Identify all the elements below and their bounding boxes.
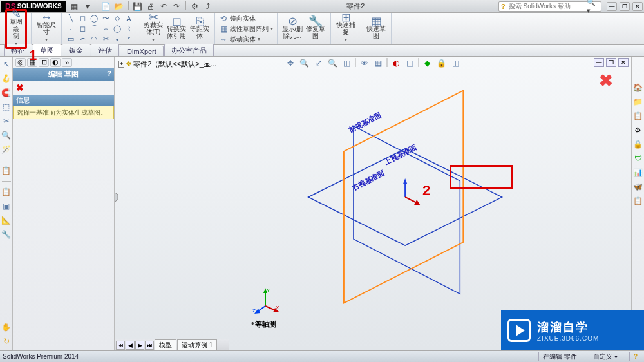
- misc-tool-icon[interactable]: *: [124, 35, 134, 44]
- point-tool-icon[interactable]: ·: [66, 24, 76, 33]
- chevron-down-icon[interactable]: ▾: [152, 37, 155, 43]
- repair-sketch-button[interactable]: 🔧 修复草 图: [305, 18, 327, 39]
- section-view-icon[interactable]: 🔍: [327, 58, 339, 68]
- chevron-down-icon[interactable]: ▾: [345, 37, 347, 43]
- undo-icon[interactable]: ↶: [158, 1, 169, 12]
- new-icon[interactable]: 📄: [101, 1, 111, 12]
- model-tab[interactable]: 模型: [155, 339, 176, 350]
- fillet-tool-icon[interactable]: ⤺: [77, 35, 88, 44]
- open-icon[interactable]: 📂: [114, 1, 124, 12]
- orientation-triad[interactable]: Y X Z: [251, 287, 279, 315]
- featuretree-tab-icon[interactable]: ◎: [15, 58, 26, 67]
- graphics-viewport[interactable]: + ❖ 零件2（默认<<默认>_显... ✥ 🔍 ⤢ 🔍 ◫ 👁 ▦ ◐ ◫ ◆…: [115, 57, 631, 350]
- help-search[interactable]: ? 🔍▾: [498, 1, 601, 12]
- box-tool-icon[interactable]: ⬚: [1, 102, 12, 112]
- spline-tool-icon[interactable]: 〜: [100, 14, 111, 23]
- tab-office[interactable]: 办公室产品: [164, 44, 214, 56]
- box2-icon[interactable]: ▣: [1, 201, 12, 211]
- centerline-tool-icon[interactable]: ▭: [66, 35, 76, 44]
- convert-entities-button[interactable]: ◻ 转换实 体引用: [166, 18, 187, 39]
- close-button[interactable]: ✕: [632, 2, 643, 11]
- zoom-area-icon[interactable]: 🔍: [299, 58, 310, 68]
- clipboard-icon[interactable]: 📋: [1, 166, 12, 176]
- redo-icon[interactable]: ↷: [171, 1, 182, 12]
- tab-nav-prev-icon[interactable]: ◀: [126, 341, 135, 350]
- rotate-icon[interactable]: ↻: [1, 336, 12, 347]
- arc2-tool-icon[interactable]: ⌢: [100, 24, 111, 33]
- trim-entities-button[interactable]: ✂ 剪裁实 体(T) ▾: [142, 14, 164, 43]
- search-input[interactable]: [507, 3, 585, 10]
- line-tool-icon[interactable]: ╲: [66, 14, 76, 23]
- forum-icon[interactable]: 📊: [633, 167, 643, 178]
- mirror-entities-button[interactable]: ⟲镜向实体: [219, 14, 256, 23]
- tab-nav-first-icon[interactable]: ⏮: [116, 341, 125, 350]
- qa-app-menu-icon[interactable]: ▦: [70, 1, 80, 12]
- view-orient-icon[interactable]: ◫: [341, 58, 353, 68]
- tab-nav-next-icon[interactable]: ▶: [135, 341, 144, 350]
- options-icon[interactable]: ⚙: [190, 1, 200, 12]
- status-help-button[interactable]: ?: [629, 352, 641, 361]
- tab-evaluate[interactable]: 评估: [91, 44, 119, 56]
- text-tool-icon[interactable]: A: [124, 14, 134, 23]
- arc-tool-icon[interactable]: ⌒: [89, 24, 99, 33]
- appearances-icon[interactable]: 🔒: [633, 139, 643, 149]
- tab-sketch[interactable]: 草图: [33, 44, 61, 56]
- smart-dimension-button[interactable]: ↔ 智能尺 寸 ▾: [35, 14, 57, 43]
- prev-view-icon[interactable]: ⤢: [313, 58, 325, 68]
- save-icon[interactable]: 💾: [133, 1, 143, 12]
- tab-sheetmetal[interactable]: 钣金: [62, 44, 90, 56]
- sw-resources-icon[interactable]: 🏠: [633, 82, 643, 93]
- rect-tool-icon[interactable]: ◻: [77, 14, 88, 23]
- tab-dimxpert[interactable]: DimXpert: [120, 46, 164, 56]
- cancel-button[interactable]: ✖: [16, 82, 24, 93]
- chevron-down-icon[interactable]: ▾: [45, 37, 48, 43]
- viewport-menu-icon[interactable]: ◫: [450, 58, 462, 68]
- sketch-button[interactable]: ✎ 草图绘 制 ▾: [5, 9, 27, 49]
- slot-tool-icon[interactable]: ◻: [77, 24, 88, 33]
- more-tab-icon[interactable]: »: [62, 58, 72, 67]
- chevron-down-icon[interactable]: ▾: [258, 36, 260, 42]
- quick-snap-button[interactable]: ⊞ 快速捕 捉 ▾: [335, 14, 357, 43]
- butterfly-icon[interactable]: 🦋: [633, 182, 643, 192]
- motion-study-tab[interactable]: 运动算例 1: [177, 339, 217, 350]
- display-style-icon[interactable]: 👁: [359, 58, 370, 68]
- select-tool-icon[interactable]: ↖: [1, 59, 12, 70]
- configmgr-tab-icon[interactable]: ⊞: [39, 58, 49, 67]
- view-palette-icon[interactable]: ⚙: [633, 125, 643, 135]
- tab-nav-last-icon[interactable]: ⏭: [145, 341, 154, 350]
- panel-help-icon[interactable]: ?: [107, 70, 111, 77]
- wand-tool-icon[interactable]: 🪄: [1, 144, 12, 155]
- minimize-button[interactable]: —: [607, 2, 617, 11]
- chevron-down-icon[interactable]: ▾: [270, 26, 273, 32]
- search-icon[interactable]: 🔍▾: [585, 0, 601, 15]
- ruler-icon[interactable]: 📐: [1, 215, 12, 225]
- lock-icon[interactable]: 🔒: [436, 58, 448, 68]
- dimxpert-tab-icon[interactable]: ◐: [50, 58, 61, 67]
- clipboard3-icon[interactable]: 📋: [633, 196, 643, 206]
- zoom-tool-icon[interactable]: 🔍: [1, 130, 12, 140]
- chamfer-tool-icon[interactable]: ◠: [89, 35, 99, 44]
- appearance-icon[interactable]: ◐: [390, 58, 402, 68]
- scene-icon[interactable]: ◫: [404, 58, 416, 68]
- custom-props-icon[interactable]: 🛡: [633, 153, 643, 164]
- magnet-tool-icon[interactable]: 🧲: [1, 88, 12, 98]
- status-custom-button[interactable]: 自定义 ▾: [589, 352, 621, 361]
- offset-entities-button[interactable]: ⎘ 等距实 体: [189, 18, 211, 39]
- restore-button[interactable]: ❐: [620, 2, 630, 11]
- move-entities-button[interactable]: ↔移动实体▾: [219, 35, 260, 44]
- hide-show-icon[interactable]: ▦: [373, 58, 384, 68]
- pan-icon[interactable]: ✋: [1, 322, 12, 332]
- qa-dropdown-icon[interactable]: ▾: [82, 1, 93, 12]
- curve-tool-icon[interactable]: ⌇: [124, 24, 134, 33]
- ellipse-tool-icon[interactable]: ◯: [112, 24, 122, 33]
- zoom-fit-icon[interactable]: ✥: [285, 58, 296, 68]
- point2-tool-icon[interactable]: •: [112, 35, 122, 44]
- show-delete-button[interactable]: ⊘ 显示/删 除几...: [281, 18, 303, 39]
- trim-tool-icon[interactable]: ✂: [100, 35, 111, 44]
- rapid-sketch-button[interactable]: ▦ 快速草 图: [365, 18, 387, 39]
- print-icon[interactable]: 🖨: [146, 1, 156, 12]
- view-settings-icon[interactable]: ◆: [422, 58, 433, 68]
- trim2-tool-icon[interactable]: ✂: [1, 116, 12, 126]
- lasso-tool-icon[interactable]: 🪝: [1, 73, 12, 84]
- wrench-icon[interactable]: 🔧: [1, 229, 12, 240]
